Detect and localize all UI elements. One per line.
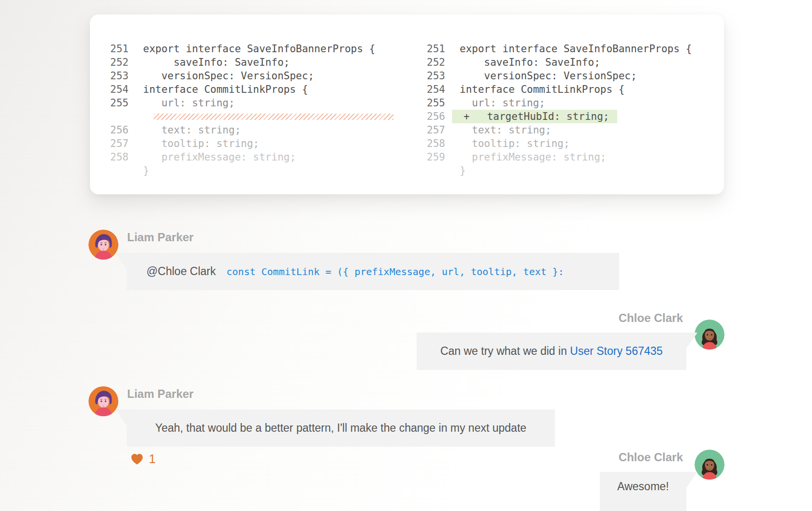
line-code: text: string; [460,123,551,137]
diff-line: 258 prefixMessage: string; [97,150,393,164]
page-background: { "colors": { "added_line_bg": "#E4F0D6"… [0,0,812,511]
line-number: 257 [97,137,129,150]
line-code: saveInfo: SaveInfo; [460,56,600,69]
avatar-liam-parker [88,230,118,260]
line-number: 252 [413,56,445,69]
line-code: tooltip: string; [460,137,570,150]
author-name: Chloe Clark [619,451,683,464]
work-item-link[interactable]: User Story 567435 [570,345,663,358]
diff-line: 258 tooltip: string; [413,137,692,150]
diff-panel-original: 251export interface SaveInfoBannerProps … [97,42,393,177]
diff-line: 252 saveInfo: SaveInfo; [97,56,393,69]
added-line-marker: + [464,110,470,123]
line-number: 254 [413,83,445,96]
diff-line: 255 url: string; [97,96,393,110]
line-number: 257 [413,123,445,137]
author-name: Liam Parker [127,387,193,401]
line-number: 253 [413,69,445,83]
line-number: 253 [97,69,129,83]
message-text: Yeah, that would be a better pattern, I'… [155,422,526,435]
line-number: 252 [97,56,129,69]
line-number: 256 [97,123,129,137]
line-number: 255 [413,96,445,110]
code-diff-card: 251export interface SaveInfoBannerProps … [90,15,724,194]
avatar-liam-parker [88,386,118,416]
diff-line: 252 saveInfo: SaveInfo; [413,56,692,69]
line-number: 259 [413,150,445,164]
line-code: url: string; [143,96,235,110]
author-name: Chloe Clark [619,311,683,325]
line-number: 251 [97,42,129,56]
line-code: interface CommitLinkProps { [460,83,624,96]
line-code: prefixMessage: string; [460,150,606,164]
diff-line: 251export interface SaveInfoBannerProps … [413,42,692,56]
message-text: Can we try what we did in [440,345,570,358]
line-code: tooltip: string; [143,137,259,150]
author-name: Liam Parker [127,231,193,244]
line-code: text: string; [143,123,241,137]
diff-line [97,110,393,123]
bubble-tail [116,253,127,269]
line-number: 251 [413,42,445,56]
line-number: 256 [413,110,445,123]
diff-line: 251export interface SaveInfoBannerProps … [97,42,393,56]
diff-line: 256 text: string; [97,123,393,137]
diff-line: 257 tooltip: string; [97,137,393,150]
avatar-chloe-clark [695,450,725,480]
removed-range-hatch [154,114,393,120]
heart-icon [130,453,144,465]
diff-line: } [97,164,393,177]
message-text: Awesome! [617,480,669,493]
line-code: versionSpec: VersionSpec; [143,69,314,83]
reaction-count: 1 [149,452,156,466]
line-number: 258 [413,137,445,150]
line-code: versionSpec: VersionSpec; [460,69,637,83]
line-code: interface CommitLinkProps { [143,83,308,96]
message-bubble: Can we try what we did in User Story 567… [417,333,686,370]
diff-line: 257 text: string; [413,123,692,137]
diff-panel-modified: 251export interface SaveInfoBannerProps … [413,42,692,177]
line-code: targetHubId: string; [487,110,609,123]
message-bubble: Awesome! [600,472,686,511]
line-code: prefixMessage: string; [143,150,296,164]
diff-line: 253 versionSpec: VersionSpec; [413,69,692,83]
line-code: } [460,164,466,177]
line-number: 258 [97,150,129,164]
line-code: url: string; [460,96,545,110]
bubble-tail [686,472,697,488]
avatar-chloe-clark [695,320,725,350]
diff-line: 254interface CommitLinkProps { [97,83,393,96]
line-code: } [143,164,149,177]
diff-line: 259 prefixMessage: string; [413,150,692,164]
message-text: @Chloe Clark [146,265,216,278]
diff-line: 253 versionSpec: VersionSpec; [97,69,393,83]
bubble-tail [116,409,127,425]
diff-line: 256+targetHubId: string; [413,110,692,123]
heart-reaction[interactable]: 1 [130,452,156,466]
line-number: 254 [97,83,129,96]
line-code: saveInfo: SaveInfo; [143,56,290,69]
line-code: export interface SaveInfoBannerProps { [143,42,375,56]
diff-line: 255 url: string; [413,96,692,110]
diff-line: 254interface CommitLinkProps { [413,83,692,96]
line-number: 255 [97,96,129,110]
message-bubble: @Chloe Clarkconst CommitLink = ({ prefix… [127,253,619,290]
message-bubble: Yeah, that would be a better pattern, I'… [127,409,555,447]
bubble-tail [686,333,697,349]
diff-line: } [413,164,692,177]
line-code: export interface SaveInfoBannerProps { [460,42,692,56]
inline-code: const CommitLink = ({ prefixMessage, url… [227,266,564,277]
added-line: +targetHubId: string; [452,110,617,123]
